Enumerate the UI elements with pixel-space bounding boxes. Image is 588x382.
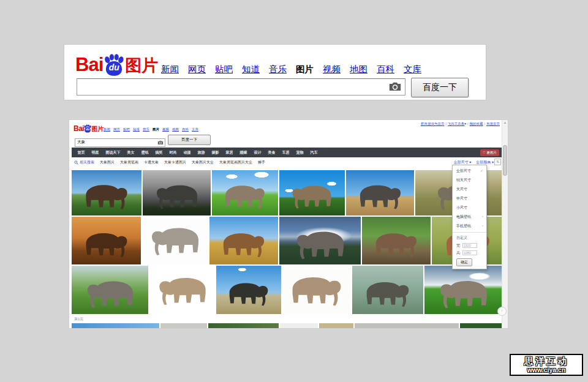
scrollbar-up-arrow[interactable]: ▲ <box>502 121 508 124</box>
menu-divider <box>453 232 486 233</box>
nav-image-active[interactable]: 图片 <box>296 64 314 75</box>
image-result[interactable] <box>319 323 353 329</box>
nav-baike[interactable]: 百科 <box>182 127 189 132</box>
scrollbar-thumb[interactable] <box>503 145 507 176</box>
nav-baike[interactable]: 百科 <box>377 64 394 75</box>
nav-news[interactable]: 新闻 <box>161 64 179 75</box>
nav-web[interactable]: 网页 <box>188 64 206 75</box>
search-input[interactable] <box>77 78 405 96</box>
image-result[interactable] <box>346 170 415 215</box>
image-result[interactable] <box>72 170 141 215</box>
toolbar-link[interactable]: 飞讯工具条 <box>448 122 465 125</box>
nav-web[interactable]: 网页 <box>113 127 120 132</box>
image-result[interactable] <box>209 217 278 264</box>
size-option-mobile-wallpaper[interactable]: 手机壁纸› <box>453 222 486 231</box>
image-result[interactable] <box>142 217 208 264</box>
image-result[interactable] <box>282 266 351 314</box>
image-result[interactable] <box>160 323 207 329</box>
related-term[interactable]: 大象卡通图片 <box>164 160 186 165</box>
custom-height-input[interactable] <box>462 250 477 255</box>
baidu-logo[interactable]: Bai du 图片 <box>75 50 158 77</box>
cat-wedding[interactable]: 婚嫁 <box>237 150 250 155</box>
image-result[interactable] <box>72 217 141 264</box>
nav-image-active[interactable]: 图片 <box>153 127 159 132</box>
nav-wenku[interactable]: 文库 <box>192 127 198 132</box>
image-result[interactable] <box>72 266 148 314</box>
cat-wallpaper[interactable]: 壁纸 <box>138 150 151 155</box>
size-option-all[interactable]: 全部尺寸✓ <box>453 167 486 176</box>
mini-search-button[interactable]: 百度一下 <box>168 135 211 145</box>
image-result[interactable] <box>72 323 159 329</box>
nav-zhidao[interactable]: 知道 <box>133 127 140 132</box>
nav-music[interactable]: 音乐 <box>269 64 287 75</box>
image-result[interactable] <box>460 323 504 329</box>
nav-map[interactable]: 地图 <box>350 64 368 75</box>
related-term[interactable]: 卡通大象 <box>144 160 159 165</box>
cat-photography[interactable]: 摄影 <box>209 150 222 155</box>
size-option-medium[interactable]: 中尺寸 <box>453 194 486 203</box>
nav-music[interactable]: 音乐 <box>143 127 149 132</box>
image-result[interactable] <box>143 170 211 215</box>
cat-pets[interactable]: 宠物 <box>293 150 306 155</box>
cat-funny[interactable]: 搞笑 <box>153 150 165 155</box>
nav-video[interactable]: 视频 <box>323 64 341 75</box>
nav-news[interactable]: 新闻 <box>104 127 110 132</box>
nav-tieba[interactable]: 贴吧 <box>215 64 233 75</box>
check-icon: ✓ <box>480 168 483 173</box>
cat-stars[interactable]: 明星 <box>89 150 102 155</box>
image-result[interactable] <box>362 217 431 264</box>
related-term[interactable]: 大象简笔画 <box>120 160 138 165</box>
related-term[interactable]: 大象图片 <box>100 160 115 165</box>
size-option-xlarge[interactable]: 特大尺寸 <box>453 176 486 185</box>
cat-travel[interactable]: 旅游 <box>195 150 208 155</box>
nav-video[interactable]: 视频 <box>162 127 169 132</box>
related-term[interactable]: 大象图片大全 <box>192 160 214 165</box>
collapse-toggle-button[interactable]: ⇅ <box>494 159 501 165</box>
results-page-screenshot: 把百度设为首页|飞讯工具条▾|我的收藏|百度首页 Bai du 图片 新闻 网页… <box>69 119 508 329</box>
nav-wenku[interactable]: 文库 <box>404 64 421 75</box>
image-result[interactable] <box>352 266 423 314</box>
cat-car[interactable]: 车居 <box>279 150 292 155</box>
image-result[interactable] <box>212 170 278 215</box>
height-label: 高: <box>456 250 461 256</box>
cat-food[interactable]: 美食 <box>265 150 278 155</box>
cat-auto[interactable]: 汽车 <box>307 150 320 155</box>
image-result[interactable] <box>216 266 281 314</box>
nav-zhidao[interactable]: 知道 <box>242 64 260 75</box>
baidu-home-link[interactable]: 百度首页 <box>486 122 500 125</box>
cat-design[interactable]: 设计 <box>251 150 264 155</box>
set-home-link[interactable]: 把百度设为首页 <box>421 122 445 125</box>
size-option-large[interactable]: 大尺寸 <box>453 185 486 194</box>
custom-width-input[interactable] <box>462 243 477 248</box>
size-option-small[interactable]: 小尺寸 <box>453 203 486 212</box>
image-result[interactable] <box>149 266 215 314</box>
cat-world[interactable]: 图说天下 <box>103 150 123 155</box>
search-input-query[interactable] <box>75 138 165 147</box>
camera-search-icon[interactable] <box>157 137 164 141</box>
mini-baidu-logo[interactable]: Bai du 图片 <box>74 123 104 133</box>
related-term[interactable]: 大象简笔画图片大全 <box>219 160 252 165</box>
page-scrollbar[interactable]: ▲ <box>502 120 508 328</box>
image-result[interactable] <box>424 266 503 314</box>
cat-beauty[interactable]: 美女 <box>124 150 137 155</box>
image-result[interactable] <box>279 170 345 215</box>
camera-search-icon[interactable] <box>388 81 402 92</box>
custom-size-confirm-button[interactable]: 确定 <box>456 258 472 266</box>
nav-map[interactable]: 地图 <box>172 127 179 132</box>
image-result[interactable] <box>355 323 459 329</box>
favorites-link[interactable]: 我的收藏 <box>470 122 483 125</box>
cat-home-decor[interactable]: 家居 <box>223 150 236 155</box>
cat-anime[interactable]: 动漫 <box>181 150 194 155</box>
nav-tieba[interactable]: 贴吧 <box>123 127 130 132</box>
related-term[interactable]: 狮子 <box>258 160 265 165</box>
submenu-arrow-icon: › <box>482 223 483 227</box>
back-to-top-button[interactable]: ↑ <box>497 307 507 316</box>
cat-home[interactable]: 首页 <box>75 150 88 155</box>
image-result[interactable] <box>280 323 318 329</box>
image-result[interactable] <box>208 323 279 329</box>
cat-fashion[interactable]: 时尚 <box>167 150 179 155</box>
love-pictures-button[interactable]: ♡ 爱图片 <box>480 149 499 156</box>
baidu-search-button[interactable]: 百度一下 <box>411 78 469 97</box>
size-option-desktop-wallpaper[interactable]: 电脑壁纸› <box>453 212 486 222</box>
image-result[interactable] <box>279 217 361 264</box>
